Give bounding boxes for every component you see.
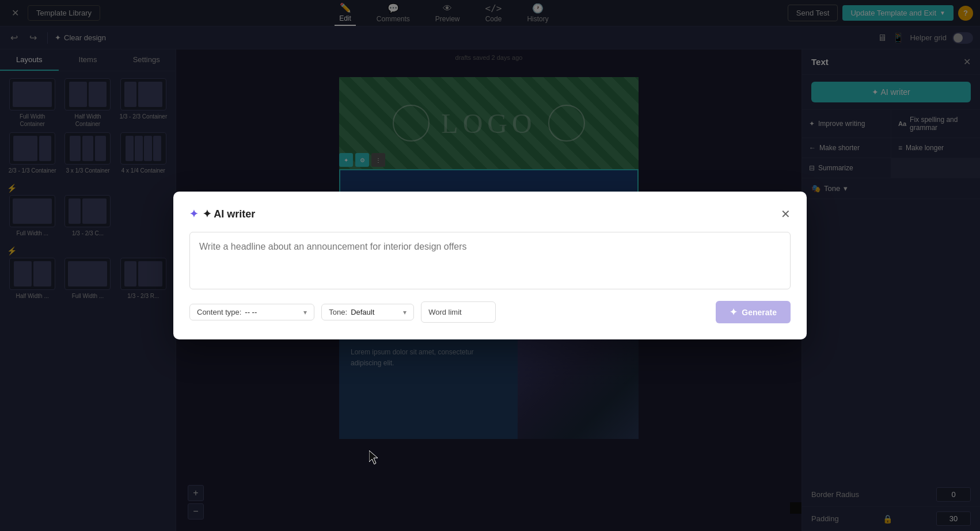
modal-prompt-textarea[interactable] bbox=[189, 232, 791, 289]
content-type-arrow-icon: ▾ bbox=[303, 308, 307, 316]
cursor-position bbox=[369, 450, 381, 469]
modal-title-icon: ✦ bbox=[189, 208, 198, 220]
generate-button[interactable]: ✦ Generate bbox=[716, 301, 791, 323]
content-type-group: Content type: -- -- Headline Body text C… bbox=[189, 304, 314, 320]
word-limit-input[interactable] bbox=[465, 305, 488, 319]
content-type-label: Content type: bbox=[197, 308, 241, 316]
cursor-icon bbox=[369, 450, 381, 467]
word-limit-label: Word limit bbox=[428, 308, 462, 316]
modal-footer: Content type: -- -- Headline Body text C… bbox=[189, 301, 791, 323]
tone-group: Tone: Default Formal Casual Persuasive ▾ bbox=[321, 304, 414, 320]
modal-title: ✦ ✦ AI writer bbox=[189, 208, 255, 220]
tone-arrow-icon: ▾ bbox=[403, 308, 407, 316]
modal-header: ✦ ✦ AI writer ✕ bbox=[189, 208, 791, 220]
modal-title-text: ✦ AI writer bbox=[203, 208, 255, 220]
word-limit-group: Word limit bbox=[421, 301, 496, 323]
content-type-select[interactable]: -- -- Headline Body text Call to action bbox=[245, 308, 298, 316]
modal-close-button[interactable]: ✕ bbox=[781, 208, 791, 220]
modal-overlay[interactable]: ✦ ✦ AI writer ✕ Content type: -- -- Head… bbox=[0, 0, 980, 531]
ai-writer-modal: ✦ ✦ AI writer ✕ Content type: -- -- Head… bbox=[173, 192, 807, 339]
generate-icon: ✦ bbox=[730, 307, 737, 318]
tone-modal-label: Tone: bbox=[329, 308, 347, 316]
tone-modal-select[interactable]: Default Formal Casual Persuasive bbox=[351, 308, 397, 316]
generate-label: Generate bbox=[742, 308, 777, 317]
